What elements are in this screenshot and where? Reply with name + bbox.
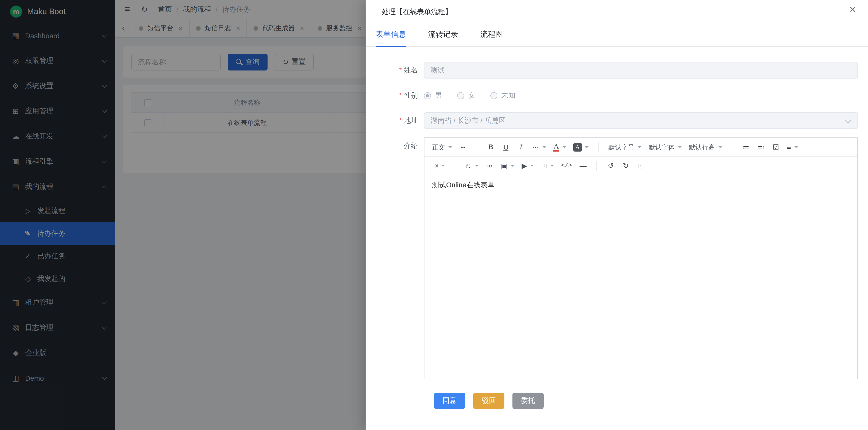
- ordered-list-icon[interactable]: ≕: [754, 141, 768, 153]
- video-select[interactable]: ▶: [519, 159, 537, 172]
- undo-icon[interactable]: ↺: [604, 159, 617, 172]
- indent-select[interactable]: ⇥: [430, 159, 447, 172]
- font-color-select[interactable]: A: [551, 141, 569, 153]
- radio-icon: [490, 92, 497, 99]
- font-family-select[interactable]: 默认字体: [646, 141, 684, 153]
- action-button[interactable]: 委托: [513, 393, 544, 409]
- caret-down-icon: [585, 146, 589, 148]
- bold-icon[interactable]: B: [484, 141, 497, 153]
- image-select[interactable]: ▣: [498, 159, 517, 172]
- action-button[interactable]: 同意: [434, 393, 465, 409]
- caret-down-icon: [475, 165, 479, 167]
- gender-radio: 女: [457, 91, 475, 100]
- close-icon[interactable]: ×: [849, 4, 856, 15]
- bg-color-select[interactable]: A: [571, 141, 591, 153]
- rich-text-editor: 正文 “ B: [424, 138, 858, 379]
- radio-label: 女: [468, 91, 475, 100]
- name-label: 姓名: [376, 66, 418, 75]
- caret-down-icon: [542, 146, 546, 148]
- todo-list-icon[interactable]: ☑: [769, 141, 782, 153]
- app-root: m Maku Boot ▦ Dashboard ◎ 权限管理 ⚙ 系统设置 ⊞: [0, 0, 868, 430]
- gender-radio-group: 男 女 未知: [424, 87, 858, 104]
- table-select[interactable]: ⊞: [538, 159, 556, 172]
- editor-content[interactable]: 测试Online在线表单: [425, 175, 858, 379]
- hr-icon[interactable]: —: [577, 159, 590, 172]
- drawer-title: 处理【在线表单流程】: [382, 7, 452, 16]
- align-select[interactable]: ≡: [784, 141, 801, 153]
- drawer-tab[interactable]: 流转记录: [428, 30, 458, 47]
- process-drawer: 处理【在线表单流程】 × 表单信息流转记录流程图 姓名 性别 男: [366, 0, 868, 430]
- toolbar-divider[interactable]: [732, 142, 732, 152]
- caret-down-icon: [638, 146, 642, 148]
- radio-label: 男: [435, 91, 442, 100]
- italic-icon[interactable]: I: [515, 141, 528, 153]
- more-style-select[interactable]: ⋯: [530, 141, 549, 153]
- drawer-tabs: 表单信息流转记录流程图: [366, 30, 868, 47]
- gender-radio: 男: [424, 91, 442, 100]
- underline-icon[interactable]: U: [499, 141, 513, 153]
- address-label: 地址: [376, 116, 418, 125]
- blockquote-icon[interactable]: “: [457, 141, 470, 153]
- address-select: 湖南省 / 长沙市 / 岳麓区: [424, 112, 858, 129]
- radio-icon: [424, 92, 431, 99]
- gender-radio: 未知: [490, 91, 516, 100]
- radio-icon: [457, 92, 464, 99]
- caret-down-icon: [678, 146, 682, 148]
- address-field-row: 地址 湖南省 / 长沙市 / 岳麓区: [376, 112, 858, 129]
- caret-down-icon: [530, 165, 534, 167]
- editor-toolbar-row-1: 正文 “ B: [425, 138, 858, 156]
- font-size-select[interactable]: 默认字号: [606, 141, 644, 153]
- intro-label: 介绍: [376, 142, 418, 150]
- caret-down-icon: [562, 146, 566, 148]
- drawer-header: 处理【在线表单流程】 ×: [366, 0, 868, 17]
- caret-down-icon: [511, 165, 515, 167]
- drawer-tab[interactable]: 表单信息: [376, 30, 406, 47]
- emoji-select[interactable]: ☺: [462, 159, 481, 172]
- radio-label: 未知: [501, 91, 516, 100]
- heading-select[interactable]: 正文: [430, 141, 455, 153]
- redo-icon[interactable]: ↻: [619, 159, 632, 172]
- drawer-tab[interactable]: 流程图: [480, 30, 503, 47]
- toolbar-divider[interactable]: [597, 161, 597, 171]
- fullscreen-icon[interactable]: ⊡: [634, 159, 648, 172]
- caret-down-icon: [441, 165, 445, 167]
- editor-toolbar-row-2: ⇥ ☺ ∞ ▣: [425, 156, 858, 175]
- toolbar-divider[interactable]: [598, 142, 599, 152]
- code-block-icon[interactable]: </>: [559, 159, 575, 172]
- gender-field-row: 性别 男 女 未知: [376, 87, 858, 104]
- caret-down-icon: [794, 146, 798, 148]
- intro-field-row: 介绍 正文 “: [376, 138, 858, 379]
- caret-down-icon: [718, 146, 722, 148]
- gender-label: 性别: [376, 91, 418, 100]
- line-height-select[interactable]: 默认行高: [686, 141, 725, 153]
- name-input: [424, 62, 858, 79]
- caret-down-icon: [448, 146, 452, 148]
- bullet-list-icon[interactable]: ≔: [739, 141, 752, 153]
- name-field-row: 姓名: [376, 62, 858, 79]
- toolbar-divider[interactable]: [477, 142, 477, 152]
- link-icon[interactable]: ∞: [483, 159, 496, 172]
- toolbar-divider[interactable]: [454, 161, 455, 171]
- caret-down-icon: [550, 165, 554, 167]
- address-value: 湖南省 / 长沙市 / 岳麓区: [431, 116, 506, 125]
- action-buttons: 同意驳回委托: [434, 393, 858, 409]
- form-panel: 姓名 性别 男 女 未知: [366, 47, 868, 409]
- action-button[interactable]: 驳回: [473, 393, 504, 409]
